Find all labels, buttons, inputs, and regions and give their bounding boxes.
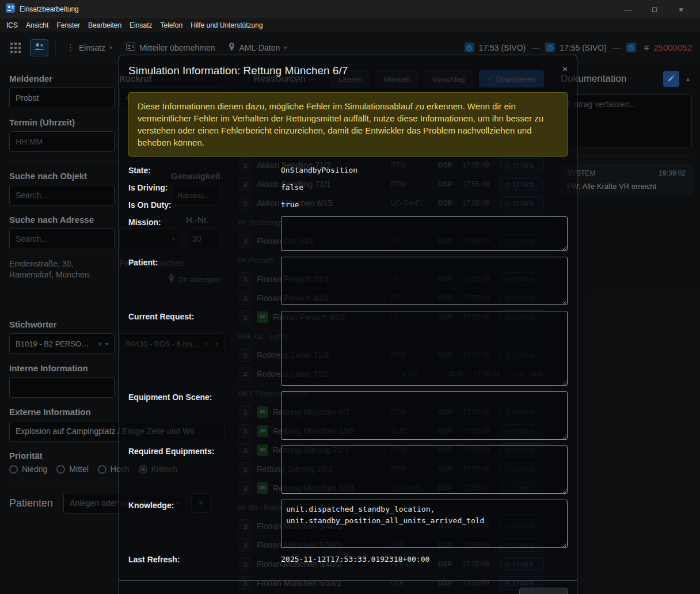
is-driving-label: Is Driving: bbox=[128, 182, 281, 193]
mission-textarea[interactable] bbox=[281, 216, 568, 251]
app-icon bbox=[6, 3, 15, 15]
patient-textarea[interactable] bbox=[281, 257, 568, 305]
modal-footer-button[interactable] bbox=[519, 588, 568, 594]
current-request-row: Current Request: bbox=[128, 311, 568, 386]
equipment-on-scene-row: Equipment On Scene: bbox=[128, 391, 568, 440]
required-equipments-textarea[interactable] bbox=[281, 446, 568, 494]
last-refresh-value: 2025-11-12T17:53:33.0192318+00:00 bbox=[281, 554, 568, 565]
state-row: State: OnStandbyPosition bbox=[128, 165, 568, 176]
modal-body: Diese Informationen dienen dazu, möglich… bbox=[119, 82, 577, 580]
window-controls: — □ × bbox=[615, 0, 694, 18]
simulation-info-alert: Diese Informationen dienen dazu, möglich… bbox=[128, 92, 568, 157]
required-equipments-row: Required Equipments: bbox=[128, 446, 568, 494]
required-equipments-label: Required Equipments: bbox=[128, 446, 281, 457]
simulation-info-modal: Simulation Information: Rettung München … bbox=[119, 55, 577, 594]
current-request-textarea[interactable] bbox=[281, 311, 568, 386]
menu-item-bearbeiten[interactable]: Bearbeiten bbox=[84, 21, 125, 29]
menu-item-einsatz[interactable]: Einsatz bbox=[125, 21, 156, 29]
patient-label: Patient: bbox=[128, 257, 281, 268]
app-window: Einsatzbearbeitung — □ × ICSAnsichtFenst… bbox=[0, 0, 700, 594]
maximize-button[interactable]: □ bbox=[641, 0, 668, 18]
is-on-duty-value: true bbox=[281, 199, 568, 211]
state-value: OnStandbyPosition bbox=[281, 165, 568, 176]
modal-header: Simulation Information: Rettung München … bbox=[119, 55, 577, 82]
menu-item-ansicht[interactable]: Ansicht bbox=[22, 21, 52, 29]
last-refresh-label: Last Refresh: bbox=[128, 554, 281, 565]
menubar: ICSAnsichtFensterBearbeitenEinsatzTelefo… bbox=[0, 18, 700, 32]
mission-row: Mission: bbox=[128, 216, 568, 251]
last-refresh-row: Last Refresh: 2025-11-12T17:53:33.019231… bbox=[128, 554, 568, 565]
content-area: ⋮ Einsatz ▾ Mitteiler übernehmen AML-Dat… bbox=[0, 32, 700, 594]
close-button[interactable]: × bbox=[668, 0, 694, 18]
window-title: Einsatzbearbeitung bbox=[20, 5, 79, 13]
modal-footer bbox=[119, 580, 577, 594]
is-driving-value: false bbox=[281, 182, 568, 193]
menu-item-telefon[interactable]: Telefon bbox=[156, 21, 187, 29]
titlebar: Einsatzbearbeitung — □ × bbox=[0, 0, 700, 18]
modal-close-icon[interactable]: × bbox=[562, 64, 568, 73]
menu-item-ics[interactable]: ICS bbox=[2, 21, 22, 29]
knowledge-label: Knowledge: bbox=[128, 500, 281, 511]
mission-label: Mission: bbox=[128, 216, 281, 228]
is-driving-row: Is Driving: false bbox=[128, 182, 568, 193]
equipment-on-scene-textarea[interactable] bbox=[281, 391, 568, 440]
menu-item-fenster[interactable]: Fenster bbox=[52, 21, 84, 29]
current-request-label: Current Request: bbox=[128, 311, 281, 322]
equipment-on-scene-label: Equipment On Scene: bbox=[128, 391, 281, 403]
knowledge-row: Knowledge: unit.dispatched_standby_locat… bbox=[128, 500, 568, 548]
menu-item-hilfe-und-unterstützung[interactable]: Hilfe und Unterstützung bbox=[187, 21, 267, 29]
minimize-button[interactable]: — bbox=[615, 0, 641, 18]
state-label: State: bbox=[128, 165, 281, 176]
modal-title: Simulation Information: Rettung München … bbox=[128, 64, 348, 77]
is-on-duty-label: Is On Duty: bbox=[128, 199, 281, 211]
is-on-duty-row: Is On Duty: true bbox=[128, 199, 568, 211]
patient-row: Patient: bbox=[128, 257, 568, 305]
knowledge-textarea[interactable]: unit.dispatched_standby_location, unit.s… bbox=[281, 500, 568, 548]
